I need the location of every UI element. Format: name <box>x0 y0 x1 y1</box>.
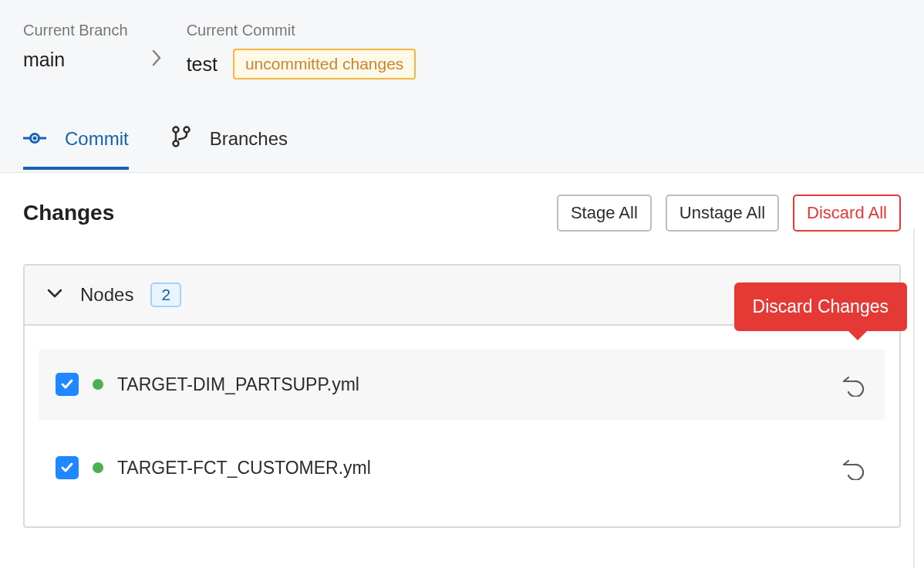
svg-point-5 <box>184 127 189 133</box>
file-name: TARGET-DIM_PARTSUPP.yml <box>117 374 838 395</box>
panel-group-label: Nodes <box>80 284 133 306</box>
branch-icon <box>171 126 191 152</box>
revert-button[interactable] <box>838 369 868 400</box>
tab-branches[interactable]: Branches <box>171 126 288 172</box>
svg-point-2 <box>33 137 37 140</box>
content: Changes Stage All Unstage All Discard Al… <box>0 173 924 550</box>
section-title: Changes <box>23 201 114 225</box>
commit-icon <box>23 128 46 150</box>
count-badge: 2 <box>150 282 181 307</box>
branch-block: Current Branch main <box>23 22 128 71</box>
right-divider <box>913 228 915 568</box>
status-dot-icon <box>93 462 103 473</box>
file-row[interactable]: TARGET-DIM_PARTSUPP.yml <box>39 349 885 420</box>
unstage-all-button[interactable]: Unstage All <box>666 194 779 232</box>
svg-point-4 <box>173 127 178 133</box>
changes-panel: Discard Changes Nodes 2 TARGET-DIM_PARTS… <box>23 264 901 528</box>
svg-point-6 <box>173 141 178 147</box>
uncommitted-badge: uncommitted changes <box>233 49 416 79</box>
tabs: Commit Branches <box>23 126 901 172</box>
commit-block: Current Commit test uncommitted changes <box>187 22 416 79</box>
branch-value[interactable]: main <box>23 49 65 71</box>
tab-commit-label: Commit <box>65 128 129 150</box>
file-name: TARGET-FCT_CUSTOMER.yml <box>117 458 838 479</box>
commit-value[interactable]: test <box>187 53 218 76</box>
button-group: Stage All Unstage All Discard All <box>557 194 901 232</box>
file-row[interactable]: TARGET-FCT_CUSTOMER.yml <box>39 432 885 503</box>
file-checkbox[interactable] <box>56 456 79 479</box>
revert-button[interactable] <box>838 452 868 483</box>
discard-changes-tooltip: Discard Changes <box>734 282 907 331</box>
status-dot-icon <box>93 379 103 390</box>
file-checkbox[interactable] <box>56 373 79 396</box>
commit-label: Current Commit <box>187 22 416 39</box>
stage-all-button[interactable]: Stage All <box>557 194 652 232</box>
tab-branches-label: Branches <box>210 128 288 150</box>
discard-all-button[interactable]: Discard All <box>793 194 901 232</box>
breadcrumb: Current Branch main Current Commit test … <box>23 22 901 79</box>
tab-commit[interactable]: Commit <box>23 128 129 170</box>
header: Current Branch main Current Commit test … <box>0 0 924 173</box>
chevron-right-icon <box>151 22 164 72</box>
branch-label: Current Branch <box>23 22 128 39</box>
panel-body: TARGET-DIM_PARTSUPP.yml TARGET-FCT_CUSTO… <box>25 326 899 526</box>
chevron-down-icon <box>46 287 63 303</box>
section-header: Changes Stage All Unstage All Discard Al… <box>23 194 901 232</box>
